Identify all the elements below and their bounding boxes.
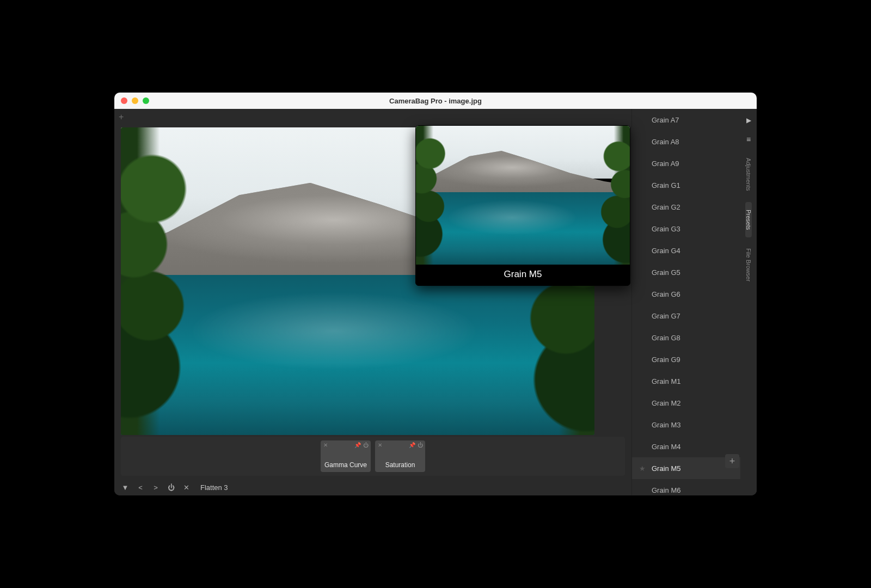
prev-icon[interactable]: < xyxy=(136,483,145,492)
dropdown-icon[interactable]: ▼ xyxy=(121,483,130,492)
tile-actions: 📌 ⏻ xyxy=(409,442,423,448)
power-icon[interactable]: ⏻ xyxy=(418,442,423,448)
preset-item[interactable]: Grain M6 xyxy=(632,479,740,495)
app-window: CameraBag Pro - image.jpg + xyxy=(114,93,757,495)
power-icon[interactable]: ⏻ xyxy=(363,442,369,448)
vtab-adjustments[interactable]: Adjustments xyxy=(745,150,752,199)
preset-item[interactable]: Grain M3 xyxy=(632,414,740,436)
preset-preview-popup: Grain M5 xyxy=(415,125,630,286)
preset-item[interactable]: Grain G7 xyxy=(632,305,740,327)
tile-label: Saturation xyxy=(385,461,415,469)
pin-icon[interactable]: 📌 xyxy=(354,442,361,448)
window-controls xyxy=(121,97,149,104)
preset-item[interactable]: Grain A8 xyxy=(632,131,740,152)
presets-sidebar[interactable]: Grain A7Grain A8Grain A9Grain G1Grain G2… xyxy=(631,109,740,495)
titlebar: CameraBag Pro - image.jpg xyxy=(114,93,757,109)
preset-item[interactable]: Grain M2 xyxy=(632,392,740,414)
tile-actions: 📌 ⏻ xyxy=(354,442,369,448)
document-tabbar: + xyxy=(114,109,631,125)
pin-icon[interactable]: 📌 xyxy=(409,442,415,448)
preset-item[interactable]: Grain A9 xyxy=(632,152,740,174)
window-title: CameraBag Pro - image.jpg xyxy=(114,97,757,105)
close-window-icon[interactable] xyxy=(121,97,127,104)
footer-text: Flatten 3 xyxy=(200,483,228,492)
preset-item[interactable]: Grain G1 xyxy=(632,174,740,196)
tile-label: Gamma Curve xyxy=(324,461,367,469)
preset-item[interactable]: Grain A7 xyxy=(632,109,740,131)
vertical-tabstrip: ▶ ≡ AdjustmentsPresetsFile Browser xyxy=(740,109,757,495)
adjustment-tiles-panel: ✕ 📌 ⏻ Gamma Curve ✕ 📌 ⏻ Saturation xyxy=(121,437,625,476)
tile-saturation[interactable]: ✕ 📌 ⏻ Saturation xyxy=(375,440,425,472)
preset-item[interactable]: Grain G5 xyxy=(632,261,740,283)
preset-item[interactable]: Grain G8 xyxy=(632,327,740,348)
preset-item[interactable]: Grain G3 xyxy=(632,218,740,240)
preset-item[interactable]: Grain G4 xyxy=(632,240,740,261)
preset-item[interactable]: Grain M4 xyxy=(632,436,740,457)
preset-item[interactable]: Grain G2 xyxy=(632,196,740,218)
power-icon[interactable]: ⏻ xyxy=(167,483,175,492)
preset-item[interactable]: Grain M5 xyxy=(632,457,740,479)
canvas-wrap: Grain M5 xyxy=(114,125,631,437)
play-icon[interactable]: ▶ xyxy=(746,112,751,128)
vtab-presets[interactable]: Presets xyxy=(745,202,752,237)
preset-item[interactable]: Grain G9 xyxy=(632,348,740,370)
preset-preview-label: Grain M5 xyxy=(416,265,630,285)
menu-icon[interactable]: ≡ xyxy=(746,132,751,147)
preset-item[interactable]: Grain G6 xyxy=(632,283,740,305)
close-icon[interactable]: ✕ xyxy=(323,442,328,448)
zoom-window-icon[interactable] xyxy=(143,97,149,104)
preset-item[interactable]: Grain M1 xyxy=(632,370,740,392)
add-tab-button[interactable]: + xyxy=(119,113,124,121)
footer-toolbar: ▼ < > ⏻ ✕ Flatten 3 xyxy=(114,479,631,495)
add-preset-button[interactable]: + xyxy=(725,454,739,468)
main-area: + xyxy=(114,109,631,495)
preset-preview-image xyxy=(416,126,630,265)
vtab-file-browser[interactable]: File Browser xyxy=(745,241,752,289)
app-body: + xyxy=(114,109,757,495)
close-icon[interactable]: ✕ xyxy=(378,442,382,448)
close-icon[interactable]: ✕ xyxy=(182,483,191,492)
tile-gamma-curve[interactable]: ✕ 📌 ⏻ Gamma Curve xyxy=(321,440,371,472)
minimize-window-icon[interactable] xyxy=(132,97,138,104)
next-icon[interactable]: > xyxy=(151,483,160,492)
